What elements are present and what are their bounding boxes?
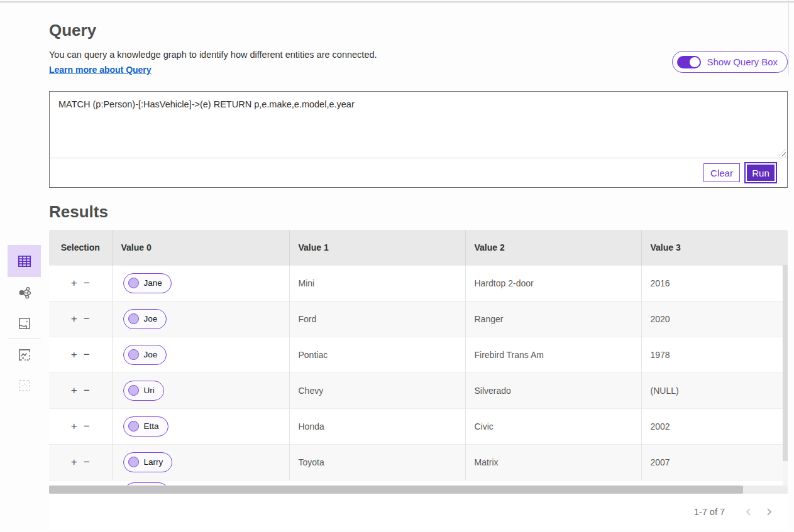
dashed-frame-icon [16, 377, 33, 394]
sidebar-item-add-to-map[interactable] [8, 339, 41, 370]
cell-make: Pontiac [289, 337, 465, 372]
table-row: +−JoeFordRanger2020 [49, 301, 788, 337]
query-description: You can query a knowledge graph to ident… [49, 50, 377, 60]
entity-name: Joe [144, 314, 158, 323]
show-query-box-toggle[interactable]: Show Query Box [672, 51, 788, 73]
cell-year: 2002 [641, 408, 788, 444]
add-selection-button[interactable]: + [68, 384, 80, 397]
cell-make: Ford [289, 301, 465, 337]
sidebar-item-link-chart-view[interactable] [8, 277, 41, 308]
results-title: Results [49, 202, 108, 222]
query-text: MATCH (p:Person)-[:HasVehicle]->(e) RETU… [58, 99, 355, 109]
scrollbar-thumb[interactable] [49, 486, 743, 494]
next-page-button[interactable] [759, 504, 779, 519]
entity-name: Jane [144, 278, 162, 288]
cell-make: Honda [289, 408, 465, 444]
column-header: Value 2 [465, 230, 641, 265]
cell-year: 2007 [641, 444, 788, 480]
column-header: Value 3 [641, 230, 788, 265]
table-row: +−JaneMiniHardtop 2-door2016 [49, 265, 788, 301]
entity-name: Joe [144, 350, 158, 359]
column-header: Value 0 [112, 230, 289, 265]
map-icon [16, 315, 33, 332]
sidebar-item-table-view[interactable] [8, 245, 41, 277]
column-header: Value 1 [289, 230, 465, 265]
table-icon [16, 253, 33, 269]
entity-chip[interactable]: Etta [123, 416, 168, 437]
run-button[interactable]: Run [746, 163, 776, 182]
cell-make: Toyota [289, 444, 465, 480]
results-table: SelectionValue 0Value 1Value 2Value 3 +−… [49, 230, 788, 480]
add-selection-button[interactable]: + [68, 420, 80, 433]
column-header: Selection [49, 230, 112, 265]
sidebar-item-add-to-link-chart [8, 370, 41, 401]
remove-selection-button[interactable]: − [80, 313, 93, 325]
entity-name: Etta [144, 421, 159, 431]
entity-chip[interactable]: Jane [123, 273, 172, 293]
vertical-scrollbar[interactable] [783, 265, 788, 486]
entity-icon [128, 313, 139, 324]
remove-selection-button[interactable]: − [80, 277, 93, 290]
remove-selection-button[interactable]: − [80, 420, 93, 433]
link-chart-icon [16, 285, 33, 301]
page-title: Query [49, 21, 96, 40]
view-switcher-rail [8, 245, 41, 401]
results-footer: 1-7 of 7 [49, 494, 788, 530]
cell-year: 2016 [641, 265, 788, 301]
results-table-card: SelectionValue 0Value 1Value 2Value 3 +−… [49, 230, 788, 530]
learn-more-link[interactable]: Learn more about Query [49, 65, 152, 75]
top-divider [0, 1, 794, 3]
table-row-partial [49, 480, 788, 486]
table-row: +−LarryToyotaMatrix2007 [49, 444, 788, 480]
panel-edge [788, 0, 789, 75]
sidebar-item-map-view[interactable] [8, 308, 41, 339]
toggle-switch-icon [677, 56, 701, 68]
entity-icon [128, 385, 139, 396]
cell-year: (NULL) [641, 372, 788, 408]
table-row: +−UriChevySilverado(NULL) [49, 372, 788, 408]
cell-model: Hardtop 2-door [465, 265, 641, 301]
chevron-right-icon [764, 507, 774, 517]
cell-model: Silverado [465, 372, 641, 408]
entity-icon [128, 421, 139, 432]
query-input[interactable]: MATCH (p:Person)-[:HasVehicle]->(e) RETU… [50, 92, 787, 158]
table-header-row: SelectionValue 0Value 1Value 2Value 3 [49, 230, 788, 265]
remove-selection-button[interactable]: − [80, 384, 93, 397]
cell-year: 2020 [641, 301, 788, 337]
prev-page-button[interactable] [739, 504, 759, 519]
add-selection-button[interactable]: + [68, 277, 80, 290]
remove-selection-button[interactable]: − [80, 456, 93, 469]
query-toolbar: Clear Run [50, 158, 787, 187]
entity-icon [128, 278, 139, 288]
chevron-left-icon [744, 507, 754, 517]
entity-chip[interactable]: Larry [123, 452, 173, 472]
entity-icon [128, 457, 139, 467]
cell-make: Chevy [289, 372, 465, 408]
entity-icon [128, 349, 139, 360]
entity-chip[interactable]: Uri [123, 381, 164, 401]
entity-chip[interactable]: Joe [123, 345, 167, 365]
add-selection-button[interactable]: + [68, 313, 80, 325]
table-row: +−EttaHondaCivic2002 [49, 408, 788, 444]
add-selection-button[interactable]: + [68, 456, 80, 469]
cell-model: Ranger [465, 301, 641, 337]
horizontal-scrollbar[interactable] [49, 486, 788, 494]
add-selection-button[interactable]: + [68, 349, 80, 361]
toggle-label: Show Query Box [707, 57, 778, 67]
query-editor: MATCH (p:Person)-[:HasVehicle]->(e) RETU… [49, 91, 788, 188]
cell-make: Mini [289, 265, 465, 301]
entity-name: Uri [144, 386, 155, 395]
cell-year: 1978 [641, 337, 788, 372]
entity-chip[interactable]: Joe [123, 309, 167, 329]
pagination-label: 1-7 of 7 [694, 507, 725, 517]
cell-model: Civic [465, 408, 641, 444]
clear-button[interactable]: Clear [703, 163, 740, 182]
remove-selection-button[interactable]: − [80, 349, 93, 361]
cell-model: Firebird Trans Am [465, 337, 641, 372]
resize-handle-icon[interactable] [778, 149, 786, 156]
add-to-map-icon [16, 347, 33, 363]
entity-name: Larry [144, 457, 163, 467]
table-row: +−JoePontiacFirebird Trans Am1978 [49, 337, 788, 372]
cell-model: Matrix [465, 444, 641, 480]
